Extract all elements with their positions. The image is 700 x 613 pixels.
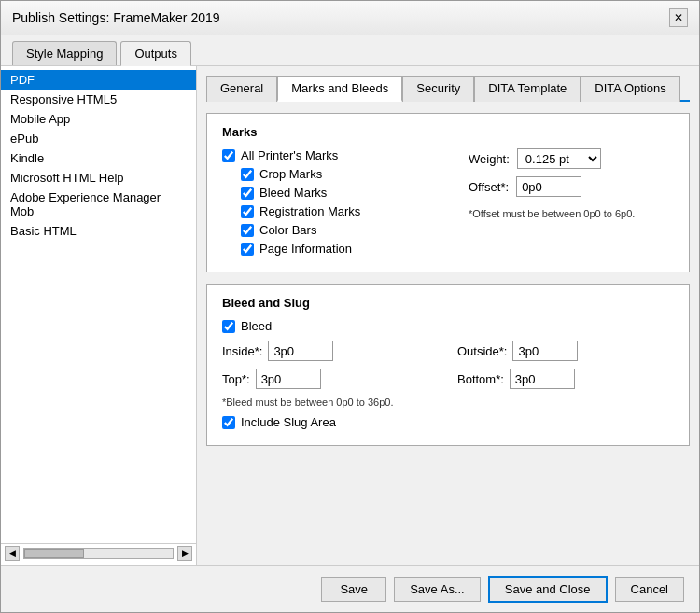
inner-tabs: General Marks and Bleeds Security DITA T… <box>206 76 690 102</box>
sidebar-item-epub[interactable]: ePub <box>1 129 196 148</box>
scroll-right-button[interactable]: ▶ <box>177 546 192 561</box>
top-row: Top*: <box>222 369 439 389</box>
sidebar-item-microsoft-html-help[interactable]: Microsoft HTML Help <box>1 168 196 188</box>
dialog-body: PDF Responsive HTML5 Mobile App ePub Kin… <box>1 66 699 565</box>
sidebar: PDF Responsive HTML5 Mobile App ePub Kin… <box>1 66 197 565</box>
weight-select[interactable]: 0.125 pt 0.25 pt 0.5 pt <box>517 148 601 169</box>
page-information-row: Page Information <box>241 242 450 256</box>
crop-marks-label[interactable]: Crop Marks <box>259 167 322 181</box>
main-content: General Marks and Bleeds Security DITA T… <box>197 66 699 565</box>
sidebar-scrollbar: ◀ ▶ <box>1 543 196 562</box>
bleed-grid: Inside*: Outside*: Top*: Bottom*: <box>222 341 674 389</box>
tab-marks-and-bleeds[interactable]: Marks and Bleeds <box>277 76 402 102</box>
bleed-section-title: Bleed and Slug <box>222 296 674 310</box>
dialog-title: Publish Settings: FrameMaker 2019 <box>12 10 220 25</box>
tab-dita-template[interactable]: DITA Template <box>474 76 581 102</box>
outside-label: Outside*: <box>457 344 507 358</box>
crop-marks-row: Crop Marks <box>241 167 450 181</box>
sidebar-item-kindle[interactable]: Kindle <box>1 148 196 168</box>
tab-security[interactable]: Security <box>402 76 474 102</box>
inside-label: Inside*: <box>222 344 262 358</box>
marks-checkboxes: All Printer's Marks Crop Marks Bleed Mar… <box>222 148 450 260</box>
bottom-input[interactable] <box>510 369 575 389</box>
bleed-marks-row: Bleed Marks <box>241 186 450 200</box>
marks-settings: Weight: 0.125 pt 0.25 pt 0.5 pt Offset*:… <box>469 148 674 219</box>
sidebar-item-basic-html[interactable]: Basic HTML <box>1 221 196 241</box>
offset-row: Offset*: <box>469 176 674 197</box>
color-bars-label[interactable]: Color Bars <box>259 223 316 237</box>
bleed-marks-label[interactable]: Bleed Marks <box>259 186 327 200</box>
inside-row: Inside*: <box>222 341 439 361</box>
bleed-checkbox-row: Bleed <box>222 319 674 333</box>
top-tabs: Style Mapping Outputs <box>1 35 699 66</box>
tab-general[interactable]: General <box>206 76 277 102</box>
registration-marks-row: Registration Marks <box>241 204 450 218</box>
bleed-checkbox[interactable] <box>222 320 235 333</box>
close-button[interactable]: ✕ <box>669 8 688 27</box>
all-printers-marks-checkbox[interactable] <box>222 149 235 162</box>
sidebar-item-pdf[interactable]: PDF <box>1 70 196 90</box>
marks-row: All Printer's Marks Crop Marks Bleed Mar… <box>222 148 674 260</box>
scroll-left-button[interactable]: ◀ <box>5 546 20 561</box>
page-information-checkbox[interactable] <box>241 243 254 256</box>
scroll-thumb <box>24 549 84 558</box>
page-information-label[interactable]: Page Information <box>259 242 352 256</box>
bottom-label: Bottom*: <box>457 372 504 386</box>
offset-input[interactable] <box>516 176 581 197</box>
inside-input[interactable] <box>268 341 333 361</box>
bleed-marks-checkbox[interactable] <box>241 187 254 200</box>
offset-note: *Offset must be between 0p0 to 6p0. <box>469 208 674 219</box>
tab-outputs[interactable]: Outputs <box>120 41 191 66</box>
outside-input[interactable] <box>512 341 578 361</box>
bleed-note: *Bleed must be between 0p0 to 36p0. <box>222 397 674 408</box>
registration-marks-checkbox[interactable] <box>241 205 254 218</box>
save-button[interactable]: Save <box>321 577 386 602</box>
tab-dita-options[interactable]: DITA Options <box>581 76 679 102</box>
marks-section: Marks All Printer's Marks Crop Marks <box>206 113 690 272</box>
color-bars-checkbox[interactable] <box>241 224 254 237</box>
cancel-button[interactable]: Cancel <box>615 577 684 602</box>
outside-row: Outside*: <box>457 341 674 361</box>
bleed-section: Bleed and Slug Bleed Inside*: Outside*: <box>206 284 690 446</box>
crop-marks-checkbox[interactable] <box>241 168 254 181</box>
publish-settings-dialog: Publish Settings: FrameMaker 2019 ✕ Styl… <box>0 0 700 613</box>
top-label: Top*: <box>222 372 250 386</box>
weight-row: Weight: 0.125 pt 0.25 pt 0.5 pt <box>469 148 674 169</box>
title-bar: Publish Settings: FrameMaker 2019 ✕ <box>1 1 699 35</box>
marks-section-title: Marks <box>222 125 674 139</box>
color-bars-row: Color Bars <box>241 223 450 237</box>
registration-marks-label[interactable]: Registration Marks <box>259 204 360 218</box>
bleed-label[interactable]: Bleed <box>241 319 272 333</box>
bottom-row: Bottom*: <box>457 369 674 389</box>
all-printers-marks-label[interactable]: All Printer's Marks <box>241 148 338 162</box>
include-slug-row: Include Slug Area <box>222 415 674 429</box>
scroll-track[interactable] <box>23 548 174 559</box>
save-and-close-button[interactable]: Save and Close <box>488 576 608 603</box>
sidebar-item-adobe-experience-manager[interactable]: Adobe Experience Manager Mob <box>1 188 196 221</box>
include-slug-checkbox[interactable] <box>222 416 235 429</box>
sidebar-item-responsive-html5[interactable]: Responsive HTML5 <box>1 90 196 109</box>
top-input[interactable] <box>256 369 321 389</box>
save-as-button[interactable]: Save As... <box>394 577 481 602</box>
tab-style-mapping[interactable]: Style Mapping <box>12 41 117 65</box>
weight-label: Weight: <box>469 152 510 166</box>
dialog-footer: Save Save As... Save and Close Cancel <box>1 565 699 612</box>
include-slug-label[interactable]: Include Slug Area <box>241 415 336 429</box>
all-printers-marks-row: All Printer's Marks <box>222 148 450 162</box>
sidebar-item-mobile-app[interactable]: Mobile App <box>1 109 196 129</box>
sidebar-list: PDF Responsive HTML5 Mobile App ePub Kin… <box>1 70 196 543</box>
offset-label: Offset*: <box>469 180 509 194</box>
